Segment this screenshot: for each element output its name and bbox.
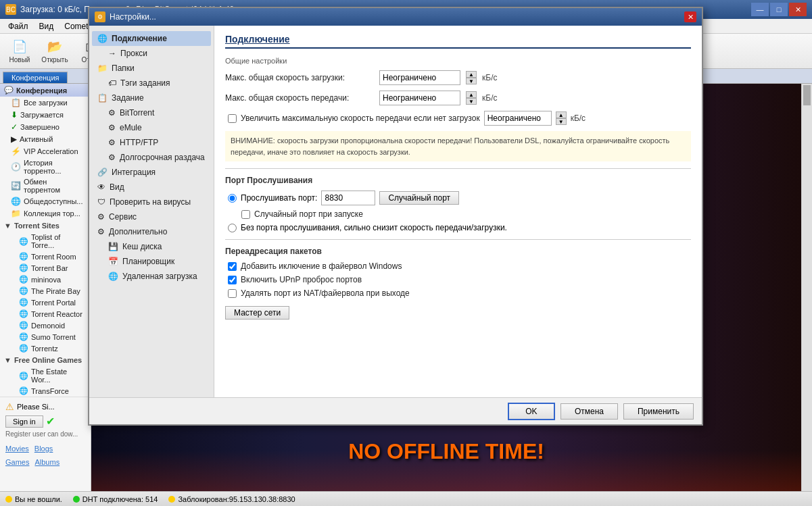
nav-service[interactable]: ⚙ Сервис (92, 209, 211, 224)
packet-section: Переадресация пакетов (225, 247, 691, 256)
dialog-footer: OK Отмена Применить (89, 397, 702, 424)
remote-nav-label: Удаленная загрузка (122, 272, 197, 281)
settings-dialog: ⚙ Настройки... ✕ 🌐 Подключение → Прокси … (88, 7, 703, 426)
boost-down[interactable]: ▼ (556, 118, 567, 125)
longterm-nav-icon: ⚙ (108, 153, 116, 162)
cancel-button[interactable]: Отмена (560, 403, 618, 420)
boost-label: Увеличить максимальную скорость передачи… (241, 113, 480, 123)
upload-speed-unit: кБ/с (482, 93, 497, 103)
dialog-title-bar: ⚙ Настройки... ✕ (89, 8, 702, 26)
nav-task[interactable]: 📋 Задание (92, 91, 211, 105)
nav-view[interactable]: 👁 Вид (92, 180, 211, 195)
upnp-checkbox[interactable] (228, 276, 237, 284)
antivirus-nav-icon: 🛡 (97, 197, 105, 207)
firewall-label: Добавить иключение в файервол Windows (241, 261, 402, 271)
nav-emule[interactable]: ⚙ eMule (92, 120, 211, 135)
download-speed-input[interactable] (379, 70, 460, 85)
boost-spinner: ▲ ▼ (556, 111, 567, 125)
content-title: Подключение (225, 34, 691, 49)
random-port-button[interactable]: Случайный порт (379, 191, 459, 205)
connection-nav-icon: 🌐 (97, 34, 108, 43)
divider-2 (225, 239, 691, 240)
port-input[interactable] (321, 191, 375, 205)
nav-connection[interactable]: 🌐 Подключение (92, 31, 211, 46)
listen-port-radio-row: Прослушивать порт: Случайный порт (225, 191, 691, 205)
httpftp-nav-icon: ⚙ (108, 138, 116, 147)
scheduler-nav-label: Планировщик (122, 257, 174, 266)
upload-speed-input[interactable] (379, 91, 460, 105)
boost-checkbox[interactable] (228, 114, 237, 123)
integration-nav-icon: 🔗 (97, 168, 108, 177)
nav-bittorrent[interactable]: ⚙ BitTorrent (92, 105, 211, 120)
advanced-nav-icon: ⚙ (97, 227, 105, 236)
listen-port-section: Порт Прослушивания (225, 176, 691, 185)
random-port-checkbox-row: Случайный порт при запуске (225, 209, 691, 219)
nav-longterm[interactable]: ⚙ Долгосрочная раздача (92, 150, 211, 165)
tags-nav-label: Тэги задания (120, 78, 170, 88)
httpftp-nav-label: HTTP/FTP (120, 138, 158, 147)
download-speed-row: Макс. общая скорость загрузки: ▲ ▼ кБ/с (225, 70, 691, 85)
nav-folders[interactable]: 📁 Папки (92, 61, 211, 76)
nav-remote[interactable]: 🌐 Удаленная загрузка (92, 269, 211, 284)
proxy-nav-icon: → (108, 49, 116, 58)
no-listen-radio-row: Без порта прослушивания, сильно снизит с… (225, 223, 691, 232)
random-port-checkbox[interactable] (241, 210, 250, 219)
ok-button[interactable]: OK (508, 403, 555, 420)
dialog-content-panel: Подключение Общие настройки Макс. общая … (214, 26, 702, 397)
remove-nat-checkbox-row: Удалять порт из NAT/файервола при выходе (225, 288, 691, 298)
nav-advanced[interactable]: ⚙ Дополнительно (92, 224, 211, 239)
boost-value-input[interactable] (484, 111, 552, 126)
proxy-nav-label: Прокси (120, 49, 147, 58)
random-port-label: Случайный порт при запуске (254, 209, 363, 219)
diskcache-nav-icon: 💾 (108, 242, 118, 251)
no-listen-label: Без порта прослушивания, сильно снизит с… (241, 223, 507, 232)
nav-httpftp[interactable]: ⚙ HTTP/FTP (92, 135, 211, 150)
connection-nav-label: Подключение (112, 34, 167, 43)
firewall-checkbox-row: Добавить иключение в файервол Windows (225, 261, 691, 271)
upload-speed-down[interactable]: ▼ (466, 98, 477, 105)
upload-speed-label: Макс. общая скорость передачи: (225, 93, 374, 103)
nav-tags[interactable]: 🏷 Тэги задания (92, 76, 211, 91)
nav-scheduler[interactable]: 📅 Планировщик (92, 254, 211, 269)
folders-nav-icon: 📁 (97, 64, 108, 73)
upload-speed-row: Макс. общая скорость передачи: ▲ ▼ кБ/с (225, 91, 691, 105)
dialog-close-button[interactable]: ✕ (684, 11, 696, 22)
folders-nav-label: Папки (112, 64, 135, 73)
apply-button[interactable]: Применить (623, 403, 694, 420)
download-speed-up[interactable]: ▲ (466, 71, 477, 78)
service-nav-label: Сервис (109, 212, 137, 222)
no-listen-radio[interactable] (228, 224, 237, 232)
boost-up[interactable]: ▲ (556, 111, 567, 118)
network-wizard-area: Мастер сети (225, 306, 691, 320)
longterm-nav-label: Долгосрочная раздача (120, 153, 205, 162)
bittorrent-nav-label: BitTorrent (120, 108, 154, 118)
advanced-nav-label: Дополнительно (109, 227, 167, 236)
divider-1 (225, 168, 691, 169)
dialog-title: Настройки... (110, 12, 684, 22)
download-speed-spinner: ▲ ▼ (466, 71, 477, 84)
nav-integration[interactable]: 🔗 Интеграция (92, 165, 211, 180)
upload-speed-up[interactable]: ▲ (466, 91, 477, 98)
upnp-checkbox-row: Включить UPnP проброс портов (225, 275, 691, 284)
diskcache-nav-label: Кеш диска (122, 242, 162, 251)
boost-unit: кБ/с (571, 113, 586, 123)
dialog-nav: 🌐 Подключение → Прокси 📁 Папки 🏷 Тэги за… (89, 26, 214, 397)
download-speed-down[interactable]: ▼ (466, 78, 477, 84)
upnp-label: Включить UPnP проброс портов (241, 275, 362, 284)
nav-antivirus[interactable]: 🛡 Проверить на вирусы (92, 195, 211, 209)
network-wizard-button[interactable]: Мастер сети (225, 306, 289, 320)
tags-nav-icon: 🏷 (108, 78, 116, 88)
remove-nat-checkbox[interactable] (228, 289, 237, 298)
dialog-overlay: ⚙ Настройки... ✕ 🌐 Подключение → Прокси … (0, 0, 812, 506)
bittorrent-nav-icon: ⚙ (108, 108, 116, 118)
view-nav-icon: 👁 (97, 182, 105, 192)
listen-port-radio-label: Прослушивать порт: (241, 193, 317, 203)
integration-nav-label: Интеграция (112, 168, 156, 177)
remote-nav-icon: 🌐 (108, 272, 118, 281)
nav-proxy[interactable]: → Прокси (92, 46, 211, 61)
nav-diskcache[interactable]: 💾 Кеш диска (92, 239, 211, 254)
antivirus-nav-label: Проверить на вирусы (110, 197, 191, 207)
listen-port-radio[interactable] (228, 194, 237, 203)
firewall-checkbox[interactable] (228, 262, 237, 271)
upload-speed-spinner: ▲ ▼ (466, 91, 477, 105)
